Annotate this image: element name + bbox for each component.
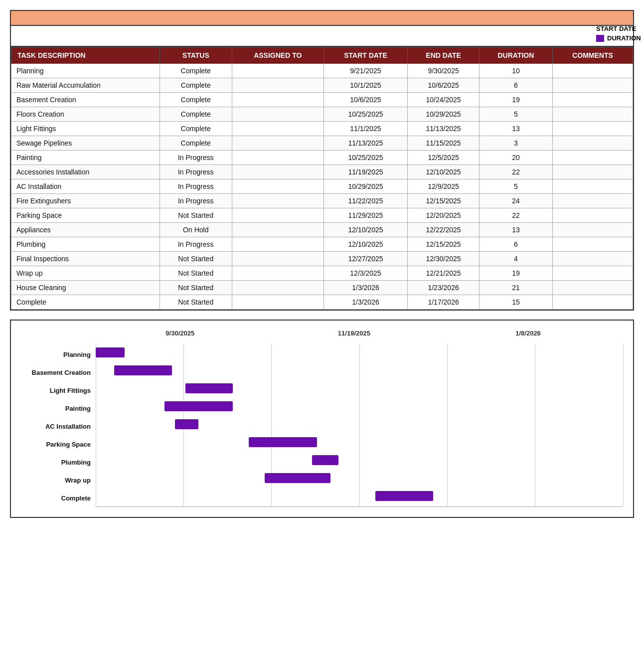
task-name: Painting: [11, 151, 160, 165]
task-status: On Hold: [160, 223, 232, 237]
task-name: AC Installation: [11, 179, 160, 194]
task-start: 11/22/2025: [323, 194, 408, 208]
task-duration: 5: [479, 179, 552, 194]
task-start: 10/1/2025: [323, 78, 408, 93]
task-start: 10/6/2025: [323, 93, 408, 107]
task-status: Complete: [160, 64, 232, 78]
task-status: In Progress: [160, 237, 232, 252]
legend-color-swatch: [596, 35, 604, 42]
chart-row-label: Plumbing: [21, 453, 91, 471]
schedule-table-container: TASK DESCRIPTION STATUS ASSIGNED TO STAR…: [10, 10, 634, 311]
task-assigned: [232, 165, 323, 179]
task-comments: [552, 295, 633, 310]
task-end: 12/10/2025: [408, 165, 480, 179]
table-row: Light FittingsComplete11/1/202511/13/202…: [11, 122, 633, 136]
col-header-end: END DATE: [408, 47, 480, 64]
task-status: Complete: [160, 107, 232, 122]
col-header-task: TASK DESCRIPTION: [11, 47, 160, 64]
task-status: Complete: [160, 93, 232, 107]
task-start: 12/3/2025: [323, 266, 408, 281]
task-status: Not Started: [160, 281, 232, 295]
table-row: House CleaningNot Started1/3/20261/23/20…: [11, 281, 633, 295]
task-end: 11/15/2025: [408, 136, 480, 151]
gantt-bar: [312, 455, 338, 465]
col-header-comments: COMMENTS: [552, 47, 633, 64]
table-row: Parking SpaceNot Started11/29/202512/20/…: [11, 208, 633, 223]
table-row: PlumbingIn Progress12/10/202512/15/20256: [11, 237, 633, 252]
task-name: Final Inspections: [11, 252, 160, 266]
chart-bar-row: [96, 451, 623, 469]
task-end: 11/13/2025: [408, 122, 480, 136]
task-comments: [552, 165, 633, 179]
task-end: 9/30/2025: [408, 64, 480, 78]
task-status: Complete: [160, 78, 232, 93]
task-name: House Cleaning: [11, 281, 160, 295]
bar-rows: [96, 343, 623, 506]
task-duration: 20: [479, 151, 552, 165]
chart-legend: START DATE DURATION: [589, 25, 644, 45]
gantt-bar: [114, 365, 172, 375]
task-comments: [552, 107, 633, 122]
chart-bar-row: [96, 343, 623, 361]
table-row: AppliancesOn Hold12/10/202512/22/202513: [11, 223, 633, 237]
axis-label-1: 9/30/2025: [165, 329, 194, 337]
task-end: 12/22/2025: [408, 223, 480, 237]
task-start: 12/10/2025: [323, 237, 408, 252]
task-status: In Progress: [160, 151, 232, 165]
task-assigned: [232, 266, 323, 281]
task-assigned: [232, 151, 323, 165]
col-header-assigned: ASSIGNED TO: [232, 47, 323, 64]
chart-row-label: Basement Creation: [21, 363, 91, 381]
task-name: Raw Material Accumulation: [11, 78, 160, 93]
task-start: 1/3/2026: [323, 281, 408, 295]
task-assigned: [232, 107, 323, 122]
gantt-bar: [249, 437, 318, 447]
chart-row-label: Planning: [21, 345, 91, 363]
task-assigned: [232, 252, 323, 266]
task-comments: [552, 136, 633, 151]
task-end: 12/15/2025: [408, 194, 480, 208]
gantt-chart: PlanningBasement CreationLight FittingsP…: [10, 320, 634, 518]
tasks-table: TASK DESCRIPTION STATUS ASSIGNED TO STAR…: [11, 47, 633, 310]
grid-line: [623, 343, 624, 506]
meta-section: [11, 26, 633, 47]
table-row: Final InspectionsNot Started12/27/202512…: [11, 252, 633, 266]
chart-row-label: Light Fittings: [21, 381, 91, 399]
task-end: 10/6/2025: [408, 78, 480, 93]
col-header-start: START DATE: [323, 47, 408, 64]
task-assigned: [232, 237, 323, 252]
task-start: 11/19/2025: [323, 165, 408, 179]
task-duration: 5: [479, 107, 552, 122]
task-duration: 24: [479, 194, 552, 208]
gantt-bar: [96, 347, 125, 357]
task-assigned: [232, 136, 323, 151]
task-status: Not Started: [160, 295, 232, 310]
axis-labels: 9/30/202511/19/20251/8/2026: [96, 329, 623, 343]
gantt-bar: [185, 383, 233, 393]
task-assigned: [232, 122, 323, 136]
task-assigned: [232, 295, 323, 310]
task-comments: [552, 78, 633, 93]
chart-row-label: AC Installation: [21, 417, 91, 435]
task-duration: 6: [479, 237, 552, 252]
gantt-bar: [375, 491, 433, 501]
chart-bar-row: [96, 397, 623, 415]
table-row: PlanningComplete9/21/20259/30/202510: [11, 64, 633, 78]
task-status: In Progress: [160, 194, 232, 208]
task-comments: [552, 194, 633, 208]
task-name: Wrap up: [11, 266, 160, 281]
task-name: Floors Creation: [11, 107, 160, 122]
chart-bar-row: [96, 361, 623, 379]
task-comments: [552, 281, 633, 295]
task-start: 11/13/2025: [323, 136, 408, 151]
task-name: Sewage Pipelines: [11, 136, 160, 151]
table-row: AC InstallationIn Progress10/29/202512/9…: [11, 179, 633, 194]
task-comments: [552, 64, 633, 78]
title-bar: [11, 11, 633, 26]
task-start: 9/21/2025: [323, 64, 408, 78]
gantt-bar: [164, 401, 233, 411]
task-assigned: [232, 179, 323, 194]
task-comments: [552, 179, 633, 194]
task-duration: 6: [479, 78, 552, 93]
task-status: Not Started: [160, 266, 232, 281]
